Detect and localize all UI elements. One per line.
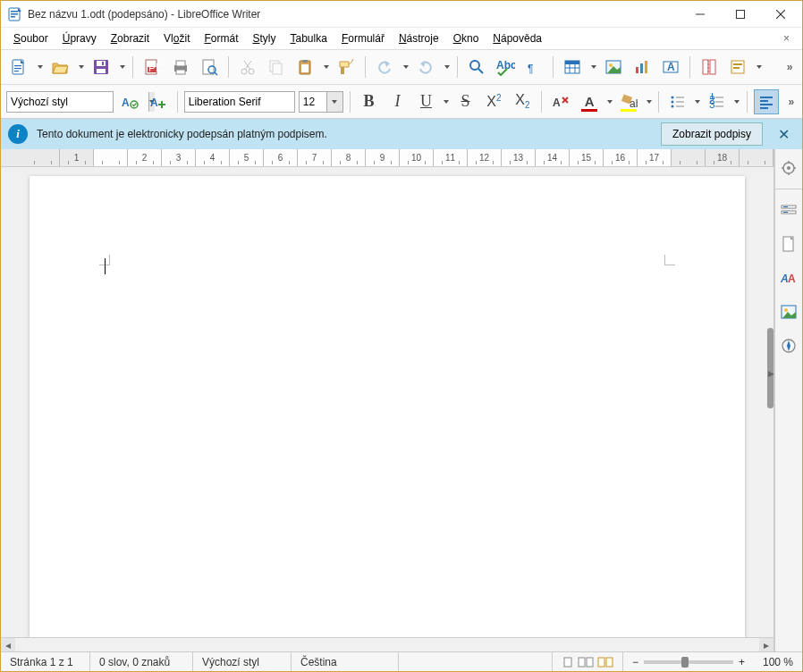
- formatting-marks-button[interactable]: ¶: [521, 55, 546, 80]
- menu-tabulka[interactable]: Tabulka: [283, 29, 334, 47]
- number-list-button[interactable]: 123: [705, 89, 730, 114]
- menu-nástroje[interactable]: Nástroje: [392, 29, 446, 47]
- sidebar-gallery-icon[interactable]: [775, 298, 802, 325]
- scroll-thumb[interactable]: [767, 328, 773, 408]
- insert-table-dropdown[interactable]: [589, 65, 597, 69]
- export-pdf-button[interactable]: PDF: [139, 55, 165, 80]
- insert-table-button[interactable]: [560, 55, 585, 80]
- highlight-dropdown[interactable]: [646, 100, 652, 104]
- underline-dropdown[interactable]: [444, 100, 450, 104]
- redo-dropdown[interactable]: [443, 65, 451, 69]
- font-color-dropdown[interactable]: [606, 100, 613, 104]
- sidebar-page-icon[interactable]: [775, 231, 802, 257]
- menu-styly[interactable]: Styly: [246, 29, 283, 47]
- font-size-combo[interactable]: [299, 91, 343, 113]
- menu-formát[interactable]: Formát: [197, 29, 245, 47]
- view-book-icon[interactable]: [597, 656, 613, 668]
- sidebar-properties-icon[interactable]: [775, 197, 802, 223]
- status-style[interactable]: Výchozí styl: [193, 652, 292, 671]
- zoom-value[interactable]: 100 %: [763, 656, 793, 668]
- open-dropdown[interactable]: [77, 65, 85, 69]
- vertical-scrollbar[interactable]: ▶: [773, 149, 774, 651]
- spellcheck-button[interactable]: Abc: [493, 55, 518, 80]
- view-multi-icon[interactable]: [578, 656, 594, 668]
- bullet-list-dropdown[interactable]: [695, 100, 701, 104]
- redo-button[interactable]: [413, 55, 438, 80]
- menu-soubor[interactable]: Soubor: [6, 29, 55, 47]
- zoom-out-icon[interactable]: −: [632, 656, 638, 668]
- doc-close-icon[interactable]: ×: [776, 29, 797, 47]
- find-button[interactable]: [464, 55, 489, 80]
- insert-chart-button[interactable]: [630, 55, 655, 80]
- menu-zobrazit[interactable]: Zobrazit: [104, 29, 156, 47]
- maximize-button[interactable]: [720, 1, 760, 27]
- page[interactable]: [30, 176, 745, 637]
- print-button[interactable]: [168, 55, 193, 80]
- italic-button[interactable]: I: [385, 89, 410, 114]
- view-single-icon[interactable]: [562, 656, 574, 668]
- font-size-dropdown[interactable]: [326, 92, 342, 112]
- menu-úpravy[interactable]: Úpravy: [55, 29, 104, 47]
- horizontal-ruler[interactable]: 123456789101112131415161718: [1, 149, 773, 167]
- zoom-knob[interactable]: [681, 657, 689, 668]
- menu-vložit[interactable]: Vložit: [156, 29, 197, 47]
- print-preview-button[interactable]: [197, 55, 222, 80]
- view-mode-buttons[interactable]: [553, 652, 623, 671]
- font-name-combo[interactable]: [184, 91, 295, 113]
- close-button[interactable]: [760, 1, 800, 27]
- minimize-button[interactable]: [680, 1, 720, 27]
- scroll-left-icon[interactable]: ◂: [1, 638, 15, 651]
- number-list-dropdown[interactable]: [734, 100, 740, 104]
- new-doc-dropdown[interactable]: [36, 65, 44, 69]
- sidebar-settings-icon[interactable]: [775, 155, 802, 181]
- status-language[interactable]: Čeština: [292, 652, 399, 671]
- zoom-slider[interactable]: [644, 660, 733, 664]
- font-size-input[interactable]: [300, 92, 326, 112]
- copy-button[interactable]: [264, 55, 289, 80]
- underline-button[interactable]: U: [414, 89, 439, 114]
- cut-button[interactable]: [235, 55, 260, 80]
- open-button[interactable]: [47, 55, 72, 80]
- show-signatures-button[interactable]: Zobrazit podpisy: [661, 122, 763, 146]
- save-button[interactable]: [89, 55, 114, 80]
- highlight-button[interactable]: ab: [616, 89, 641, 114]
- strike-button[interactable]: S: [452, 89, 478, 114]
- sidebar-styles-icon[interactable]: AA: [775, 265, 802, 291]
- page-break-button[interactable]: [697, 55, 722, 80]
- font-color-button[interactable]: A: [577, 89, 602, 114]
- scroll-right-icon[interactable]: ▸: [759, 638, 773, 651]
- paste-button[interactable]: [292, 55, 317, 80]
- undo-button[interactable]: [372, 55, 397, 80]
- horizontal-scrollbar[interactable]: ◂ ▸: [1, 637, 773, 651]
- bold-button[interactable]: B: [357, 89, 382, 114]
- status-words[interactable]: 0 slov, 0 znaků: [90, 652, 193, 671]
- status-page[interactable]: Stránka 1 z 1: [1, 652, 90, 671]
- sidebar-navigator-icon[interactable]: [775, 332, 802, 359]
- insert-image-button[interactable]: [601, 55, 626, 80]
- undo-dropdown[interactable]: [402, 65, 410, 69]
- update-style-button[interactable]: A: [117, 89, 142, 114]
- superscript-button[interactable]: X2: [481, 89, 506, 114]
- bullet-list-button[interactable]: [665, 89, 690, 114]
- save-dropdown[interactable]: [118, 65, 126, 69]
- zoom-in-icon[interactable]: +: [739, 656, 745, 668]
- clone-format-button[interactable]: [334, 55, 359, 80]
- toolbar2-overflow-icon[interactable]: »: [786, 96, 797, 108]
- paragraph-style-combo[interactable]: [6, 91, 114, 113]
- subscript-button[interactable]: X2: [510, 89, 535, 114]
- paste-dropdown[interactable]: [322, 65, 330, 69]
- new-style-button[interactable]: A: [146, 89, 171, 114]
- infobar-close-icon[interactable]: ✕: [772, 122, 795, 146]
- insert-field-button[interactable]: [725, 55, 750, 80]
- align-left-button[interactable]: [754, 89, 779, 114]
- clear-format-button[interactable]: A: [548, 89, 573, 114]
- menu-formulář[interactable]: Formulář: [334, 29, 392, 47]
- insert-field-dropdown[interactable]: [755, 65, 763, 69]
- new-doc-button[interactable]: [6, 55, 31, 80]
- document-canvas[interactable]: [1, 167, 773, 637]
- sidebar-collapse-icon[interactable]: ▶: [768, 369, 774, 378]
- menu-nápověda[interactable]: Nápověda: [486, 29, 549, 47]
- menu-okno[interactable]: Okno: [446, 29, 486, 47]
- insert-textbox-button[interactable]: A: [658, 55, 683, 80]
- toolbar-overflow-icon[interactable]: »: [782, 61, 797, 73]
